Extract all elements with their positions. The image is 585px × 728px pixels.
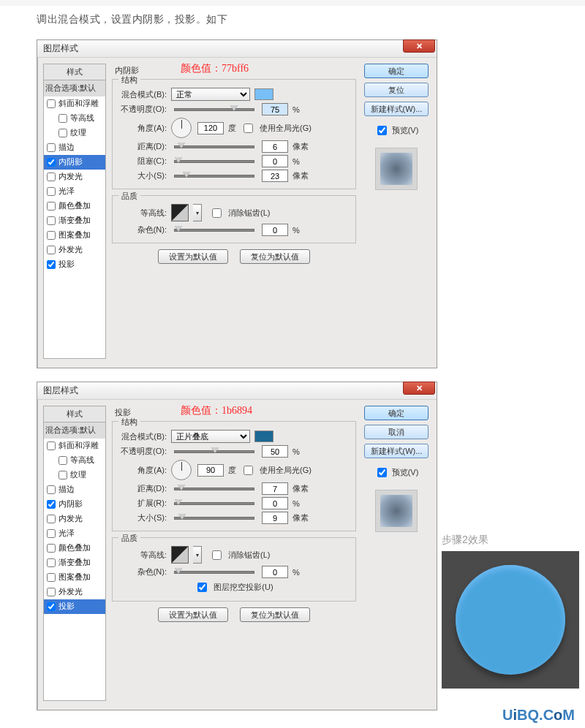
angle-dial[interactable] <box>171 118 192 138</box>
style-item-drop-shadow[interactable]: 投影 <box>44 599 105 614</box>
checkbox[interactable] <box>47 231 56 240</box>
contour-swatch[interactable] <box>171 204 189 221</box>
ok-button[interactable]: 确定 <box>364 64 429 78</box>
style-item-pattern-overlay[interactable]: 图案叠加 <box>44 228 105 243</box>
style-item-inner-glow[interactable]: 内发光 <box>44 512 105 526</box>
style-item-stroke[interactable]: 描边 <box>44 140 105 155</box>
spread-slider[interactable] <box>174 502 254 505</box>
blend-mode-select[interactable]: 正常 <box>171 88 250 101</box>
anti-alias-checkbox[interactable] <box>212 208 222 218</box>
style-item-satin[interactable]: 光泽 <box>44 184 105 199</box>
angle-dial[interactable] <box>171 460 192 480</box>
checkbox[interactable] <box>47 99 56 108</box>
style-item-inner-shadow[interactable]: 内阴影 <box>44 497 105 512</box>
distance-input[interactable] <box>262 140 288 153</box>
checkbox[interactable] <box>47 143 56 152</box>
noise-input[interactable] <box>262 566 288 578</box>
choke-input[interactable] <box>262 155 288 167</box>
close-button[interactable]: ✕ <box>403 39 435 53</box>
choke-slider[interactable] <box>174 160 254 163</box>
size-input[interactable] <box>262 170 288 182</box>
checkbox[interactable] <box>47 187 56 196</box>
size-slider[interactable] <box>174 175 254 178</box>
style-item-contour[interactable]: 等高线 <box>44 453 105 468</box>
checkbox[interactable] <box>47 529 56 538</box>
style-item-satin[interactable]: 光泽 <box>44 526 105 541</box>
opacity-input[interactable] <box>262 445 288 458</box>
anti-alias-checkbox[interactable] <box>212 550 222 560</box>
distance-slider[interactable] <box>174 488 254 490</box>
set-default-button[interactable]: 设置为默认值 <box>158 607 228 622</box>
angle-input[interactable] <box>197 122 224 134</box>
style-item-gradient-overlay[interactable]: 渐变叠加 <box>44 213 105 228</box>
checkbox[interactable] <box>47 500 56 509</box>
contour-dropdown[interactable]: ▾ <box>193 546 202 564</box>
style-item-contour[interactable]: 等高线 <box>44 111 105 126</box>
style-item-inner-glow[interactable]: 内发光 <box>44 170 105 184</box>
distance-slider[interactable] <box>174 145 254 148</box>
checkbox[interactable] <box>47 202 56 211</box>
checkbox[interactable] <box>47 246 56 254</box>
style-item-texture[interactable]: 纹理 <box>44 126 105 140</box>
checkbox[interactable] <box>58 471 67 479</box>
preview-checkbox[interactable] <box>377 126 387 135</box>
checkbox[interactable] <box>47 602 56 611</box>
style-item-drop-shadow[interactable]: 投影 <box>44 257 105 272</box>
contour-swatch[interactable] <box>171 546 189 564</box>
size-slider[interactable] <box>174 517 254 520</box>
color-swatch[interactable] <box>254 88 273 100</box>
distance-input[interactable] <box>262 482 288 495</box>
blend-options-item[interactable]: 混合选项:默认 <box>44 422 105 439</box>
checkbox[interactable] <box>47 588 56 596</box>
restore-default-button[interactable]: 复位为默认值 <box>240 607 310 622</box>
style-item-color-overlay[interactable]: 颜色叠加 <box>44 199 105 213</box>
style-item-outer-glow[interactable]: 外发光 <box>44 585 105 599</box>
checkbox[interactable] <box>47 573 56 582</box>
size-input[interactable] <box>262 512 288 524</box>
global-light-checkbox[interactable] <box>244 466 253 475</box>
blend-mode-select[interactable]: 正片叠底 <box>171 430 250 443</box>
knockout-checkbox[interactable] <box>197 583 207 592</box>
checkbox[interactable] <box>58 129 67 137</box>
set-default-button[interactable]: 设置为默认值 <box>158 249 228 264</box>
noise-slider[interactable] <box>174 229 254 232</box>
style-item-bevel[interactable]: 斜面和浮雕 <box>44 96 105 111</box>
checkbox[interactable] <box>47 216 56 225</box>
style-item-bevel[interactable]: 斜面和浮雕 <box>44 439 105 453</box>
contour-dropdown[interactable]: ▾ <box>193 204 202 221</box>
new-style-button[interactable]: 新建样式(W)... <box>364 102 429 116</box>
checkbox[interactable] <box>47 544 56 553</box>
opacity-slider[interactable] <box>174 450 254 453</box>
checkbox[interactable] <box>47 515 56 523</box>
checkbox[interactable] <box>47 158 56 167</box>
style-item-texture[interactable]: 纹理 <box>44 468 105 482</box>
noise-slider[interactable] <box>174 571 254 574</box>
restore-default-button[interactable]: 复位为默认值 <box>240 249 310 264</box>
opacity-input[interactable] <box>262 103 288 115</box>
checkbox[interactable] <box>47 260 56 269</box>
global-light-checkbox[interactable] <box>244 124 253 133</box>
noise-input[interactable] <box>262 224 288 236</box>
style-item-outer-glow[interactable]: 外发光 <box>44 243 105 257</box>
checkbox[interactable] <box>58 456 67 465</box>
opacity-slider[interactable] <box>174 108 254 111</box>
new-style-button[interactable]: 新建样式(W)... <box>364 444 429 458</box>
ok-button[interactable]: 确定 <box>364 406 429 420</box>
checkbox[interactable] <box>47 172 56 181</box>
color-swatch[interactable] <box>254 431 273 442</box>
checkbox[interactable] <box>47 485 56 494</box>
checkbox[interactable] <box>47 558 56 567</box>
style-item-gradient-overlay[interactable]: 渐变叠加 <box>44 556 105 570</box>
preview-checkbox[interactable] <box>377 468 387 477</box>
style-item-stroke[interactable]: 描边 <box>44 482 105 497</box>
spread-input[interactable] <box>262 497 288 509</box>
cancel-button[interactable]: 取消 <box>364 425 429 439</box>
style-item-color-overlay[interactable]: 颜色叠加 <box>44 541 105 556</box>
checkbox[interactable] <box>47 441 56 450</box>
reset-button[interactable]: 复位 <box>364 83 429 97</box>
angle-input[interactable] <box>197 464 224 477</box>
checkbox[interactable] <box>58 114 67 123</box>
blend-options-item[interactable]: 混合选项:默认 <box>44 80 105 96</box>
close-button[interactable]: ✕ <box>403 382 435 395</box>
style-item-inner-shadow[interactable]: 内阴影 <box>44 155 105 170</box>
